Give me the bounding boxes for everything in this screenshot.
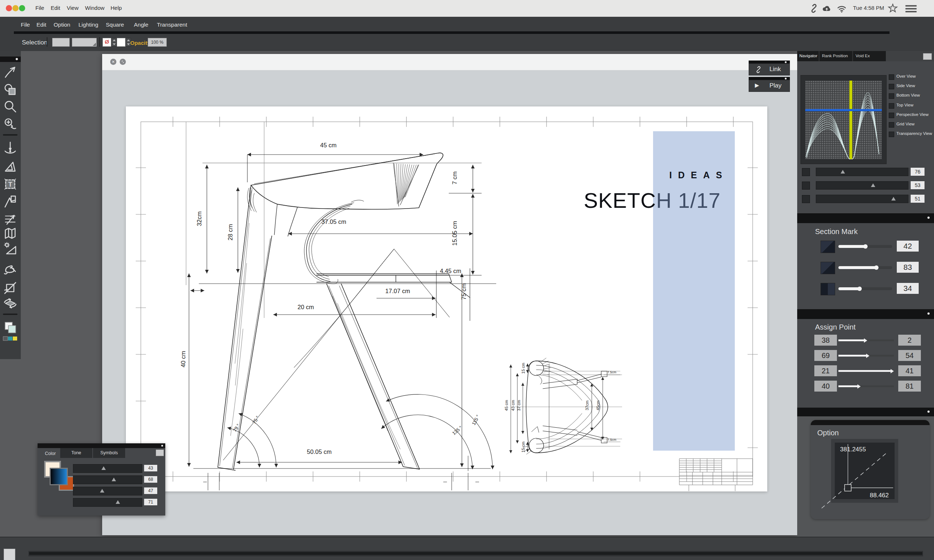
star-icon[interactable] bbox=[887, 3, 898, 15]
pen-curve-tool[interactable] bbox=[3, 141, 17, 155]
style-dropdown-2[interactable] bbox=[72, 38, 97, 47]
assign-right-4[interactable]: 81 bbox=[898, 381, 921, 392]
opacity-value-dropdown[interactable]: 100 % bbox=[148, 38, 167, 47]
guide-horizontal-blue[interactable] bbox=[805, 109, 882, 111]
checkbox-top-view[interactable] bbox=[889, 103, 894, 109]
assign-slider-1[interactable] bbox=[838, 339, 894, 341]
fill-stroke-swatches[interactable] bbox=[3, 320, 17, 335]
angle-ruler-tool[interactable] bbox=[3, 159, 17, 174]
tab-navigator[interactable]: Navigator bbox=[799, 54, 817, 58]
document-title-bar[interactable]: ✕ bbox=[102, 54, 797, 70]
nav-slider-1-thumb[interactable] bbox=[841, 170, 845, 174]
assign-slider-4[interactable] bbox=[838, 385, 894, 387]
hamburger-menu-icon[interactable] bbox=[905, 5, 917, 15]
color-slider-4[interactable] bbox=[73, 498, 142, 507]
tab-void-ex[interactable]: Void Ex bbox=[855, 54, 870, 58]
color-swatch-row[interactable] bbox=[3, 336, 17, 343]
assign-left-3[interactable]: 21 bbox=[814, 365, 837, 376]
section-value-2[interactable]: 83 bbox=[897, 262, 919, 273]
assign-right-1[interactable]: 2 bbox=[898, 335, 921, 346]
link-status-icon[interactable] bbox=[809, 4, 819, 15]
nav-slider-1-checkbox[interactable] bbox=[802, 168, 810, 176]
section-slider-2[interactable] bbox=[838, 266, 892, 269]
section-value-1[interactable]: 42 bbox=[897, 241, 919, 252]
checkbox-over-view[interactable] bbox=[889, 74, 894, 80]
scrollbar-track[interactable] bbox=[28, 551, 923, 556]
color-value-4[interactable]: 71 bbox=[144, 499, 157, 505]
color-slider-3[interactable] bbox=[73, 487, 142, 495]
palette-header[interactable] bbox=[0, 57, 21, 62]
panel-options-button[interactable] bbox=[923, 53, 932, 60]
section-slider-1[interactable] bbox=[838, 245, 892, 248]
zoom-tool[interactable] bbox=[3, 99, 17, 114]
cloud-upload-icon[interactable] bbox=[821, 4, 832, 15]
app-menu-angle[interactable]: Angle bbox=[134, 22, 148, 28]
section-value-3[interactable]: 34 bbox=[897, 283, 919, 294]
nav-slider-3-value[interactable]: 51 bbox=[911, 195, 925, 203]
checkbox-perspective-view[interactable] bbox=[889, 113, 894, 118]
assign-left-2[interactable]: 69 bbox=[814, 350, 837, 361]
assign-right-3[interactable]: 41 bbox=[898, 365, 921, 376]
section-swatch-1[interactable] bbox=[820, 241, 835, 253]
tab-tone[interactable]: Tone bbox=[60, 448, 92, 458]
app-menu-transparent[interactable]: Transparent bbox=[157, 22, 187, 28]
stroke-stepper[interactable] bbox=[111, 38, 117, 47]
mac-menu-window[interactable]: Window bbox=[85, 5, 104, 11]
document-resize-button[interactable] bbox=[120, 59, 126, 65]
drawing-sheet[interactable]: IDEAS SKETCH 1/17 bbox=[126, 106, 767, 491]
slice-tool[interactable] bbox=[3, 281, 17, 295]
nav-slider-2[interactable] bbox=[816, 181, 908, 189]
section-swatch-3[interactable] bbox=[820, 283, 835, 295]
color-slider-3-thumb[interactable] bbox=[100, 489, 104, 492]
assign-slider-3[interactable] bbox=[838, 370, 894, 372]
select-tool[interactable] bbox=[3, 65, 17, 79]
checkbox-side-view[interactable] bbox=[889, 84, 894, 89]
app-menu-square[interactable]: Square bbox=[106, 22, 124, 28]
checkbox-grid-view[interactable] bbox=[889, 122, 894, 128]
color-slider-4-thumb[interactable] bbox=[116, 500, 120, 504]
checkbox-transparency-view[interactable] bbox=[889, 132, 894, 137]
app-menu-edit[interactable]: Edit bbox=[37, 22, 46, 28]
nav-slider-3-checkbox[interactable] bbox=[802, 195, 810, 203]
color-slider-1-thumb[interactable] bbox=[102, 466, 106, 470]
zoom-plus-tool[interactable] bbox=[3, 117, 17, 131]
app-menu-lighting[interactable]: Lighting bbox=[79, 22, 98, 28]
lighting-ramp-tool[interactable] bbox=[3, 242, 17, 256]
direct-select-tool[interactable] bbox=[3, 194, 17, 209]
minimize-traffic-light[interactable] bbox=[12, 5, 18, 11]
tab-rank-position[interactable]: Rank Position bbox=[822, 54, 848, 58]
freehand-draw-tool[interactable] bbox=[3, 262, 17, 276]
assign-right-2[interactable]: 54 bbox=[898, 350, 921, 361]
rotate-3d-tool[interactable] bbox=[3, 296, 17, 311]
mac-menu-help[interactable]: Help bbox=[111, 5, 122, 11]
app-menu-file[interactable]: File bbox=[21, 22, 30, 28]
zoom-traffic-light[interactable] bbox=[19, 5, 25, 11]
navigator-preview[interactable] bbox=[800, 75, 886, 164]
color-slider-2[interactable] bbox=[73, 475, 142, 484]
nav-slider-3-thumb[interactable] bbox=[891, 197, 896, 200]
tab-symbols[interactable]: Symbols bbox=[93, 448, 125, 458]
play-button[interactable]: ▶ Play bbox=[749, 77, 790, 92]
fill-color-swatch[interactable] bbox=[117, 38, 125, 47]
tab-color[interactable]: Color bbox=[41, 449, 60, 458]
shape-tool[interactable] bbox=[3, 82, 17, 97]
swatch-blue-gradient[interactable] bbox=[49, 468, 68, 485]
color-value-1[interactable]: 43 bbox=[144, 465, 157, 471]
document-close-button[interactable]: ✕ bbox=[110, 59, 116, 65]
color-value-3[interactable]: 47 bbox=[144, 488, 157, 494]
assign-slider-2[interactable] bbox=[838, 355, 894, 357]
section-swatch-2[interactable] bbox=[820, 262, 835, 274]
text-select-tool[interactable]: T bbox=[3, 177, 17, 191]
color-panel-options-button[interactable] bbox=[156, 449, 164, 456]
color-slider-2-thumb[interactable] bbox=[112, 478, 116, 481]
color-panel-header[interactable] bbox=[38, 443, 165, 448]
mac-menu-edit[interactable]: Edit bbox=[51, 5, 60, 11]
link-button[interactable]: Link bbox=[749, 60, 790, 75]
map-fold-tool[interactable] bbox=[3, 226, 17, 241]
wifi-icon[interactable] bbox=[836, 3, 847, 15]
scrollbar-thumb[interactable] bbox=[4, 549, 15, 560]
nav-slider-2-value[interactable]: 53 bbox=[911, 181, 925, 189]
style-dropdown-1[interactable] bbox=[52, 38, 70, 47]
mac-menu-file[interactable]: File bbox=[35, 5, 44, 11]
layer-select-tool[interactable] bbox=[3, 211, 17, 226]
